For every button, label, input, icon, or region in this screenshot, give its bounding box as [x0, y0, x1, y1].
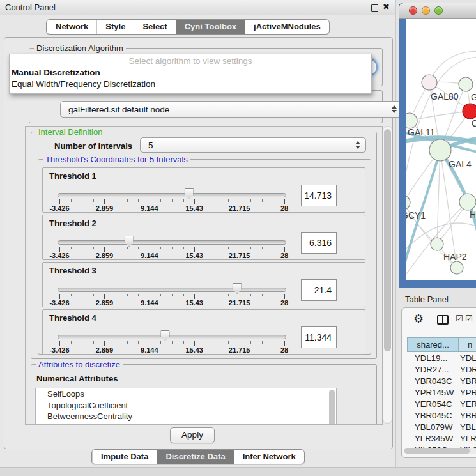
cell-shared-name[interactable]: YER054C	[407, 399, 459, 410]
threshold-value-field[interactable]: 11.344	[301, 326, 337, 348]
bottom-tab[interactable]: Discretize Data	[157, 450, 233, 464]
checkbox-icon[interactable]: ☑	[456, 314, 463, 323]
cell-name[interactable]: YER0	[459, 399, 476, 410]
minimize-traffic-light[interactable]	[422, 6, 430, 15]
tab-label: Infer Network	[243, 452, 296, 461]
bottom-tab[interactable]: Impute Data	[92, 450, 157, 464]
horizontal-scrollbar[interactable]	[404, 448, 476, 454]
list-scrollbar[interactable]	[328, 390, 335, 425]
cell-name[interactable]: YBL0	[459, 422, 476, 433]
table-row[interactable]: YDR27... YDR2	[407, 364, 476, 376]
slider-thumb[interactable]	[160, 330, 170, 341]
network-window-titlebar[interactable]	[399, 3, 476, 19]
scale-label: 21.715	[229, 299, 250, 307]
table-data-combobox[interactable]: galFiltered.sif default node	[60, 101, 403, 118]
zoom-traffic-light[interactable]	[434, 6, 443, 15]
cell-name[interactable]: YDR2	[459, 364, 476, 376]
slider-track[interactable]	[58, 193, 286, 197]
scale-label: -3.426	[49, 252, 69, 259]
threshold-value-field[interactable]: 14.713	[301, 185, 337, 206]
slider-track[interactable]	[58, 240, 286, 245]
scrollbar-thumb[interactable]	[329, 390, 335, 425]
attribute-item[interactable]: BetweennessCentrality	[36, 411, 336, 422]
table-row[interactable]: YBL079W YBL0	[407, 422, 476, 433]
cell-name[interactable]: YBR0	[459, 410, 476, 422]
table-row[interactable]: YDL19... YDL1	[407, 353, 476, 364]
control-panel-tab[interactable]: Network	[47, 20, 96, 34]
cell-shared-name[interactable]: YBL079W	[407, 422, 459, 433]
dropdown-options: Manual Discretization Equal Width/Freque…	[10, 67, 371, 90]
slider-thumb[interactable]	[185, 188, 194, 199]
dropdown-option[interactable]: Manual Discretization	[10, 67, 371, 79]
scale-label: 9.144	[141, 204, 158, 212]
major-tick	[240, 199, 240, 204]
major-tick	[284, 199, 285, 204]
threshold-slider[interactable]	[59, 282, 284, 293]
split-columns-icon[interactable]	[437, 315, 449, 325]
cell-shared-name[interactable]: YPR145W	[407, 387, 459, 399]
threshold-value-field[interactable]: 21.4	[301, 279, 337, 301]
table-row[interactable]: YBR045C YBR0	[407, 410, 476, 422]
cell-shared-name[interactable]: YDL19...	[407, 353, 459, 364]
tab-label: Cyni Toolbox	[185, 22, 236, 31]
attribute-item[interactable]: SelfLoops	[36, 388, 336, 400]
column-header[interactable]: shared...	[407, 337, 459, 352]
major-tick	[59, 247, 60, 252]
column-header[interactable]: n	[459, 337, 476, 352]
checkbox-icon[interactable]: ☑	[465, 314, 473, 323]
table-panel-title: Table Panel	[405, 295, 449, 304]
cell-shared-name[interactable]: YBR043C	[407, 376, 459, 387]
dropdown-option[interactable]: Equal Width/Frequency Discretization	[10, 79, 371, 90]
table-row[interactable]: YLR345W YLR3	[407, 433, 476, 445]
slider-track[interactable]	[58, 288, 286, 292]
scrollbar-thumb[interactable]	[384, 129, 391, 351]
cyni-toolbox-panel: Discretization Algorithm Select algorith…	[4, 37, 393, 449]
bottom-tab[interactable]: Infer Network	[234, 450, 304, 464]
num-intervals-combobox[interactable]: 5	[140, 137, 366, 153]
attribute-item[interactable]: TopologicalCoefficient	[36, 400, 336, 411]
close-icon[interactable]: ✖	[383, 2, 390, 12]
control-panel-tab[interactable]: Style	[96, 20, 134, 34]
table-header: shared...n	[407, 337, 476, 352]
scale-label: 2.859	[96, 252, 114, 259]
cell-name[interactable]: YDL1	[459, 353, 476, 364]
major-tick	[284, 247, 285, 252]
minor-ticks	[59, 199, 285, 202]
control-panel-title: Control Panel	[5, 3, 56, 12]
table-row[interactable]: YBR043C YBR0	[407, 376, 476, 387]
panel-scrollbar[interactable]	[383, 126, 392, 424]
cell-shared-name[interactable]: YLR345W	[407, 433, 459, 445]
scrollbar-thumb[interactable]	[404, 448, 470, 454]
table-row[interactable]: YER054C YER0	[407, 399, 476, 410]
cell-shared-name[interactable]: YDR27...	[407, 364, 459, 376]
slider-thumb[interactable]	[233, 283, 242, 294]
threshold-slider[interactable]	[59, 187, 284, 198]
cell-shared-name[interactable]: YBR045C	[407, 410, 459, 422]
float-window-icon[interactable]	[371, 4, 378, 12]
svg-text:H: H	[470, 210, 476, 220]
bottom-tabs: Impute Data Discretize Data Infer Networ…	[91, 449, 305, 464]
apply-button[interactable]: Apply	[170, 427, 215, 443]
slider-track[interactable]	[58, 335, 286, 339]
threshold-value-field[interactable]: 6.316	[301, 232, 337, 254]
major-tick	[284, 294, 285, 299]
cell-name[interactable]: YBR0	[459, 376, 476, 387]
threshold-slider[interactable]	[59, 329, 284, 340]
network-canvas[interactable]: GAL80GCGAL11GAL4GCY1HHAP2	[406, 19, 476, 280]
svg-text:HAP2: HAP2	[443, 252, 467, 262]
slider-thumb[interactable]	[125, 236, 134, 247]
control-panel-titlebar[interactable]: Control Panel ✖	[0, 0, 395, 15]
cell-name[interactable]: YLR3	[459, 433, 476, 445]
gear-icon[interactable]: ⚙	[413, 312, 424, 325]
minor-ticks	[59, 247, 285, 249]
cell-name[interactable]: YPR1	[459, 387, 476, 399]
network-svg[interactable]: GAL80GCGAL11GAL4GCY1HHAP2	[406, 19, 476, 280]
control-panel-tab[interactable]: Select	[134, 20, 175, 34]
close-traffic-light[interactable]	[409, 6, 417, 15]
table-row[interactable]: YPR145W YPR1	[407, 387, 476, 399]
scale-label: 2.859	[96, 299, 114, 307]
threshold-slider[interactable]	[59, 234, 284, 245]
table-panel: ⚙ ☑ ☑ shared...n YDL19... YDL1 YDR27... …	[401, 307, 476, 458]
control-panel-tab[interactable]: jActiveMNodules	[245, 20, 329, 34]
control-panel-tab[interactable]: Cyni Toolbox	[176, 20, 245, 34]
